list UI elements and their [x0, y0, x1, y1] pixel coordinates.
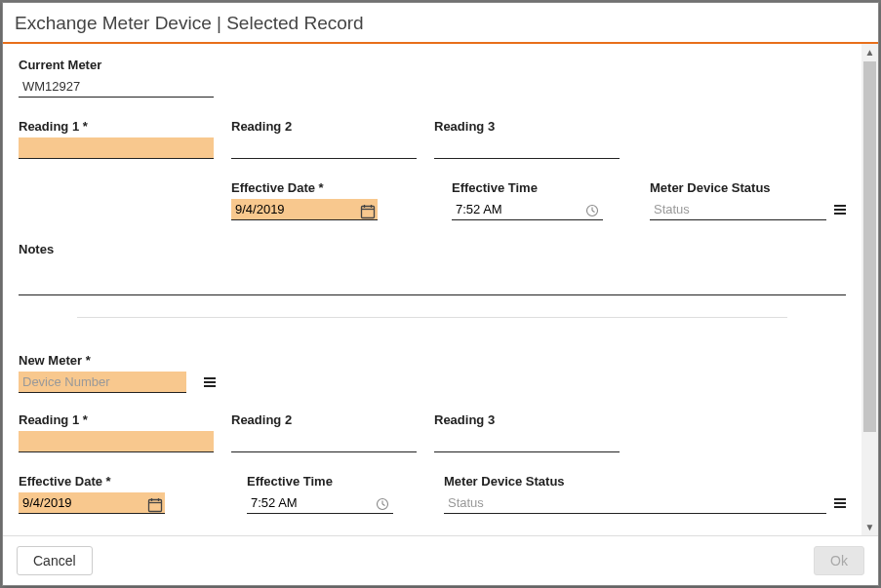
current-notes-col: Notes	[19, 242, 846, 295]
current-reading2-input[interactable]	[231, 137, 417, 159]
spacer-col	[19, 180, 214, 220]
new-reading1-field	[19, 431, 214, 452]
new-status-label: Meter Device Status	[444, 474, 846, 489]
dialog-footer: Cancel Ok	[3, 535, 878, 585]
menu-icon[interactable]	[202, 374, 218, 390]
new-efftime-field	[247, 492, 393, 514]
clock-icon[interactable]	[376, 497, 389, 511]
current-notes-row: Notes	[19, 242, 846, 295]
current-status-col: Meter Device Status	[650, 180, 846, 220]
new-reading1-col: Reading 1 *	[19, 412, 214, 452]
current-reading1-field	[19, 137, 214, 159]
section-divider	[77, 317, 787, 318]
new-effdate-col: Effective Date *	[19, 474, 165, 514]
current-notes-field	[19, 274, 846, 295]
current-reading3-label: Reading 3	[434, 119, 620, 134]
calendar-icon[interactable]	[147, 497, 161, 511]
new-reading2-label: Reading 2	[231, 412, 417, 427]
svg-line-13	[382, 504, 385, 506]
new-status-field	[444, 492, 846, 514]
new-reading1-input[interactable]	[19, 431, 214, 452]
new-effdate-label: Effective Date *	[19, 474, 165, 489]
current-efftime-input[interactable]	[452, 199, 603, 220]
new-meter-input[interactable]	[19, 372, 186, 393]
current-effdate-field	[231, 199, 378, 220]
current-reading2-col: Reading 2	[231, 119, 417, 159]
current-efftime-field	[452, 199, 603, 220]
new-reading3-col: Reading 3	[434, 412, 620, 452]
ok-button[interactable]: Ok	[814, 546, 864, 575]
current-meter-input[interactable]	[19, 76, 214, 98]
current-status-field	[650, 199, 846, 220]
menu-icon[interactable]	[832, 202, 848, 217]
scroll-thumb[interactable]	[863, 61, 876, 432]
current-reading1-label: Reading 1 *	[19, 119, 214, 134]
svg-rect-7	[149, 500, 162, 512]
exchange-meter-dialog: Exchange Meter Device | Selected Record …	[2, 2, 879, 586]
current-notes-label: Notes	[19, 242, 846, 256]
spacer-col-2	[395, 180, 434, 220]
new-meter-col: New Meter *	[19, 353, 214, 393]
new-effdate-input[interactable]	[19, 492, 165, 514]
current-readings-row: Reading 1 * Reading 2 Reading 3	[19, 119, 846, 159]
new-reading2-input[interactable]	[231, 431, 417, 452]
current-reading1-col: Reading 1 *	[19, 119, 214, 159]
current-meter-field	[19, 76, 214, 98]
new-readings-row: Reading 1 * Reading 2 Reading 3	[19, 412, 846, 452]
clock-icon[interactable]	[585, 204, 599, 217]
scroll-up-arrow-icon[interactable]: ▲	[861, 44, 878, 60]
current-status-input[interactable]	[650, 199, 826, 220]
new-efftime-input[interactable]	[247, 492, 393, 514]
new-status-input[interactable]	[444, 492, 826, 514]
current-reading3-col: Reading 3	[434, 119, 620, 159]
new-meter-field	[19, 372, 204, 393]
current-reading3-input[interactable]	[434, 137, 620, 159]
current-efftime-label: Effective Time	[452, 180, 603, 195]
current-notes-input[interactable]	[19, 274, 846, 295]
new-reading2-col: Reading 2	[231, 412, 417, 452]
spacer-col-3	[182, 474, 229, 514]
svg-rect-0	[362, 207, 375, 218]
new-reading1-label: Reading 1 *	[19, 412, 214, 427]
dialog-body-wrap: Current Meter Reading 1 * Reading 2	[3, 44, 878, 535]
current-effective-row: Effective Date * Effective Time	[19, 180, 846, 220]
current-meter-row: Current Meter	[19, 58, 846, 98]
new-reading3-input[interactable]	[434, 431, 620, 452]
current-reading1-input[interactable]	[19, 137, 214, 159]
current-meter-label: Current Meter	[19, 58, 214, 72]
svg-line-6	[592, 211, 595, 213]
current-meter-field-col: Current Meter	[19, 58, 214, 98]
current-reading3-field	[434, 137, 620, 159]
current-effdate-col: Effective Date *	[231, 180, 378, 220]
new-efftime-col: Effective Time	[247, 474, 393, 514]
current-effdate-input[interactable]	[231, 199, 378, 220]
current-efftime-col: Effective Time	[452, 180, 603, 220]
vertical-scrollbar[interactable]: ▲ ▼	[861, 44, 878, 535]
dialog-title: Exchange Meter Device | Selected Record	[3, 3, 878, 44]
scroll-down-arrow-icon[interactable]: ▼	[861, 519, 878, 535]
new-meter-label: New Meter *	[19, 353, 214, 368]
current-reading2-label: Reading 2	[231, 119, 417, 134]
new-effdate-field	[19, 492, 165, 514]
current-reading2-field	[231, 137, 417, 159]
cancel-button[interactable]: Cancel	[17, 546, 93, 575]
new-reading2-field	[231, 431, 417, 452]
current-status-label: Meter Device Status	[650, 180, 846, 195]
menu-icon[interactable]	[832, 495, 848, 511]
new-efftime-label: Effective Time	[247, 474, 393, 489]
current-effdate-label: Effective Date *	[231, 180, 378, 195]
new-status-col: Meter Device Status	[444, 474, 846, 514]
new-reading3-label: Reading 3	[434, 412, 620, 427]
new-meter-row: New Meter *	[19, 353, 846, 393]
dialog-body: Current Meter Reading 1 * Reading 2	[3, 44, 861, 535]
new-reading3-field	[434, 431, 620, 452]
new-effective-row: Effective Date * Effective Time	[19, 474, 846, 514]
calendar-icon[interactable]	[360, 204, 374, 217]
